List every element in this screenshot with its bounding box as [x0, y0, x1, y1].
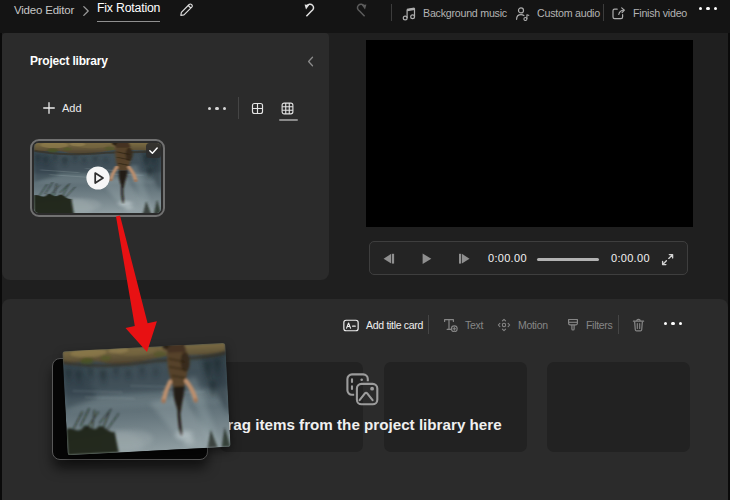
expand-icon[interactable] — [660, 252, 675, 267]
plus-icon — [43, 102, 55, 114]
text-label: Text — [465, 319, 483, 331]
breadcrumb-video-editor[interactable]: Video Editor — [14, 4, 74, 16]
collapse-panel-icon[interactable] — [307, 56, 314, 67]
project-library-panel: Project library Add — [2, 33, 329, 280]
motion-button[interactable]: Motion — [497, 315, 548, 335]
dragged-thumbnail[interactable] — [62, 343, 230, 455]
project-library-title: Project library — [30, 54, 108, 68]
person-music-icon — [515, 6, 530, 21]
custom-audio-label: Custom audio — [537, 7, 600, 19]
background-music-label: Background music — [423, 7, 507, 19]
previous-frame-icon[interactable] — [381, 252, 396, 266]
library-media-item[interactable] — [30, 139, 165, 217]
storyboard-slot[interactable] — [547, 362, 690, 452]
title-card-icon — [343, 319, 359, 332]
video-thumbnail — [34, 143, 161, 213]
storyboard-slot[interactable] — [220, 362, 363, 452]
breadcrumb-chevron-icon — [82, 5, 90, 17]
photo-stack-icon — [346, 373, 379, 406]
play-overlay-icon[interactable] — [86, 166, 110, 190]
trash-icon — [632, 318, 645, 332]
export-icon — [610, 5, 626, 21]
toolbar-divider — [603, 4, 604, 21]
grid-3x3-icon[interactable] — [281, 102, 294, 115]
top-bar: Video Editor Fix Rotation — [0, 0, 730, 33]
custom-audio-button[interactable]: Custom audio — [515, 0, 600, 26]
toolbar-divider — [391, 4, 392, 21]
add-title-card-button[interactable]: Add title card — [343, 315, 423, 335]
seek-slider[interactable] — [537, 258, 599, 261]
see-more-icon[interactable] — [699, 7, 717, 10]
total-time: 0:00.00 — [611, 252, 650, 264]
finish-video-button[interactable]: Finish video — [610, 0, 687, 26]
add-title-card-label: Add title card — [366, 319, 423, 331]
playback-controls: 0:00.00 0:00.00 — [369, 241, 688, 275]
add-button[interactable]: Add — [43, 102, 82, 114]
next-frame-icon[interactable] — [457, 252, 472, 266]
background-music-button[interactable]: Background music — [402, 0, 507, 26]
filters-label: Filters — [586, 319, 612, 331]
undo-button[interactable] — [302, 2, 317, 18]
library-divider — [238, 97, 239, 119]
project-title[interactable]: Fix Rotation — [97, 1, 160, 22]
delete-button[interactable] — [632, 315, 645, 335]
storyboard-divider — [428, 315, 429, 334]
video-editor-window: Video Editor Fix Rotation — [0, 0, 730, 500]
storyboard-slot[interactable] — [384, 362, 527, 452]
current-time: 0:00.00 — [488, 252, 527, 264]
music-note-icon — [402, 6, 416, 21]
add-label: Add — [62, 102, 82, 114]
grid-selected-underline — [279, 119, 298, 121]
filters-button[interactable]: Filters — [567, 315, 612, 335]
selection-checkbox[interactable] — [146, 143, 161, 158]
motion-label: Motion — [518, 319, 548, 331]
motion-icon — [497, 318, 511, 332]
text-button[interactable]: Text — [443, 315, 483, 335]
finish-video-label: Finish video — [633, 7, 687, 19]
text-add-icon — [443, 318, 458, 332]
video-preview[interactable] — [366, 40, 693, 227]
redo-button[interactable] — [354, 2, 369, 18]
storyboard-divider — [618, 315, 619, 334]
play-icon[interactable] — [419, 252, 434, 266]
library-more-icon[interactable] — [208, 107, 226, 110]
brush-icon — [567, 318, 579, 332]
storyboard-more-icon[interactable] — [664, 322, 682, 325]
grid-2x2-icon[interactable] — [251, 102, 264, 115]
rename-pencil-icon[interactable] — [178, 2, 193, 17]
